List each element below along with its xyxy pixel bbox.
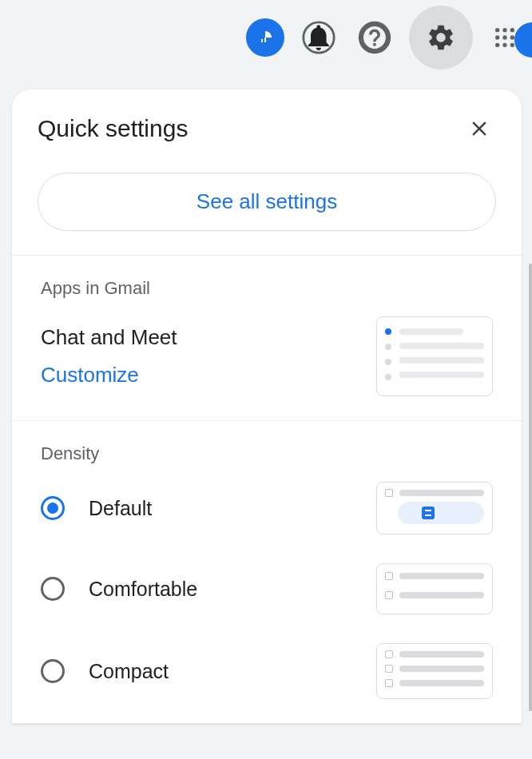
apps-section-title: Apps in Gmail — [41, 278, 493, 299]
close-button[interactable] — [463, 112, 496, 145]
svg-rect-1 — [261, 39, 263, 42]
radio-icon — [41, 577, 65, 601]
density-label: Compact — [89, 660, 352, 683]
apps-item-name: Chat and Meet — [41, 325, 376, 350]
apps-in-gmail-section: Apps in Gmail Chat and Meet Customize — [12, 256, 522, 421]
density-section-title: Density — [41, 443, 493, 464]
settings-icon[interactable] — [409, 6, 473, 70]
notifications-icon[interactable] — [297, 16, 340, 59]
density-section: Density Default Comfortable Com — [12, 421, 522, 724]
radio-icon — [41, 659, 65, 683]
scrollbar[interactable] — [529, 264, 532, 711]
svg-rect-2 — [264, 38, 266, 42]
customize-link[interactable]: Customize — [41, 363, 139, 387]
svg-point-9 — [502, 35, 506, 39]
help-icon[interactable] — [353, 16, 396, 59]
density-preview-compact — [376, 643, 493, 699]
svg-point-4 — [360, 23, 390, 53]
svg-point-13 — [510, 43, 514, 47]
svg-point-6 — [502, 28, 506, 32]
density-label: Default — [89, 497, 352, 520]
apps-preview-thumb — [376, 316, 493, 396]
topbar — [0, 0, 532, 75]
svg-point-8 — [495, 35, 499, 39]
density-preview-default — [376, 482, 493, 534]
svg-point-11 — [495, 43, 499, 47]
svg-point-7 — [510, 28, 514, 32]
svg-point-12 — [502, 43, 506, 47]
panel-title: Quick settings — [38, 115, 188, 142]
see-all-container: See all settings — [12, 153, 522, 255]
see-all-settings-button[interactable]: See all settings — [38, 173, 496, 231]
density-option-compact[interactable]: Compact — [41, 643, 493, 699]
density-option-default[interactable]: Default — [41, 482, 493, 534]
settings-scroll: Apps in Gmail Chat and Meet Customize De… — [12, 255, 522, 724]
radio-icon — [41, 496, 65, 520]
density-preview-comfortable — [376, 563, 493, 614]
close-icon — [467, 117, 491, 141]
svg-point-5 — [495, 28, 499, 32]
density-option-comfortable[interactable]: Comfortable — [41, 563, 493, 614]
quick-settings-panel: Quick settings See all settings Apps in … — [12, 89, 522, 724]
analytics-icon[interactable] — [246, 18, 284, 57]
panel-header: Quick settings — [12, 89, 522, 153]
density-label: Comfortable — [89, 578, 352, 601]
